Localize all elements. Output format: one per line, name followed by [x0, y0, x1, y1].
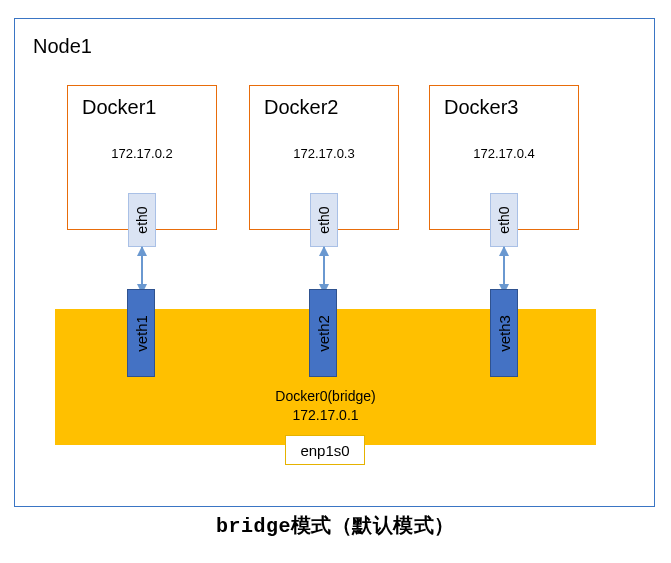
docker2-eth0-label: eth0: [316, 206, 332, 233]
docker1-eth0: eth0: [128, 193, 156, 247]
phys-iface-label: enp1s0: [300, 442, 349, 459]
veth2-box: veth2: [309, 289, 337, 377]
docker2-ip: 172.17.0.3: [250, 146, 398, 161]
docker3-eth0-label: eth0: [496, 206, 512, 233]
diagram-canvas: Node1 Docker1 172.17.0.2 eth0 Docker2 17…: [0, 0, 671, 563]
docker2-container: Docker2 172.17.0.3 eth0: [249, 85, 399, 230]
link-arrow-3: [503, 247, 505, 293]
docker3-ip: 172.17.0.4: [430, 146, 578, 161]
veth2-label: veth2: [315, 315, 332, 352]
veth3-box: veth3: [490, 289, 518, 377]
docker1-eth0-label: eth0: [134, 206, 150, 233]
arrow-head-icon: [319, 246, 329, 256]
docker3-container: Docker3 172.17.0.4 eth0: [429, 85, 579, 230]
docker3-label: Docker3: [444, 96, 518, 119]
phys-iface-box: enp1s0: [285, 435, 365, 465]
docker3-eth0: eth0: [490, 193, 518, 247]
veth3-label: veth3: [496, 315, 513, 352]
link-arrow-2: [323, 247, 325, 293]
arrow-head-icon: [137, 246, 147, 256]
bridge-box: veth1 veth2 veth3 Docker0(bridge) 172.17…: [55, 309, 596, 445]
veth1-label: veth1: [133, 315, 150, 352]
link-arrow-1: [141, 247, 143, 293]
docker2-eth0: eth0: [310, 193, 338, 247]
bridge-ip: 172.17.0.1: [292, 407, 358, 423]
docker1-container: Docker1 172.17.0.2 eth0: [67, 85, 217, 230]
diagram-caption: bridge模式（默认模式）: [0, 512, 671, 539]
docker2-label: Docker2: [264, 96, 338, 119]
bridge-name: Docker0(bridge): [275, 388, 375, 404]
docker1-ip: 172.17.0.2: [68, 146, 216, 161]
arrow-head-icon: [499, 246, 509, 256]
docker1-label: Docker1: [82, 96, 156, 119]
veth1-box: veth1: [127, 289, 155, 377]
node-container: Node1 Docker1 172.17.0.2 eth0 Docker2 17…: [14, 18, 655, 507]
node-label: Node1: [33, 35, 92, 58]
bridge-label: Docker0(bridge) 172.17.0.1: [55, 387, 596, 425]
